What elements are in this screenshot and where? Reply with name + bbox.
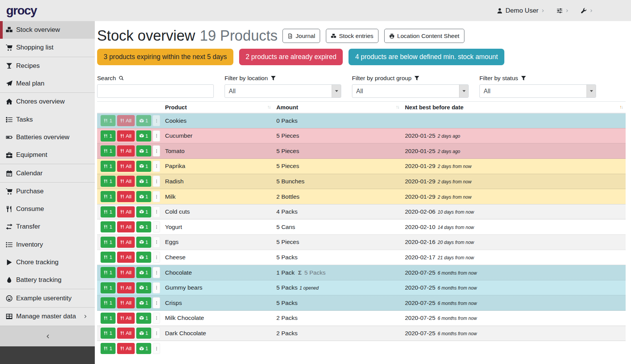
sidebar-item-manage-master-data[interactable]: Manage master data (0, 308, 95, 325)
consume-all-button[interactable]: All (117, 206, 135, 217)
row-menu-button[interactable] (153, 282, 160, 293)
open-one-button[interactable]: 1 (136, 343, 152, 354)
consume-one-button[interactable]: 1 (101, 252, 116, 263)
open-one-button[interactable]: 1 (136, 130, 152, 142)
status-alert[interactable]: 2 products are already expired (239, 49, 343, 65)
search-input[interactable] (97, 84, 214, 98)
consume-one-button[interactable]: 1 (101, 206, 116, 217)
consume-one-button[interactable]: 1 (101, 145, 116, 156)
consume-one-button[interactable]: 1 (101, 328, 116, 339)
consume-all-button[interactable]: All (117, 237, 135, 248)
open-one-button[interactable]: 1 (136, 176, 152, 187)
settings-menu[interactable] (557, 8, 569, 14)
sidebar-item-inventory[interactable]: Inventory (0, 236, 95, 254)
open-one-button[interactable]: 1 (136, 297, 152, 308)
consume-all-button[interactable]: All (117, 343, 135, 354)
open-one-button[interactable]: 1 (136, 161, 152, 172)
row-menu-button[interactable] (153, 191, 160, 202)
row-menu-button[interactable] (153, 130, 160, 142)
consume-all-button[interactable]: All (117, 252, 135, 263)
row-menu-button[interactable] (153, 313, 160, 324)
consume-one-button[interactable]: 1 (101, 161, 116, 172)
consume-one-button[interactable]: 1 (101, 115, 116, 126)
sidebar-collapse-button[interactable] (0, 326, 95, 346)
product-column-header[interactable]: Product ↑↓ (162, 101, 273, 113)
sidebar-item-tasks[interactable]: Tasks (0, 110, 95, 128)
row-menu-button[interactable] (153, 161, 160, 172)
row-menu-button[interactable] (153, 145, 160, 156)
sidebar-item-example-userentity[interactable]: Example userentity (0, 289, 95, 307)
open-one-button[interactable]: 1 (136, 145, 152, 156)
sidebar-item-chores-overview[interactable]: Chores overview (0, 93, 95, 110)
open-one-button[interactable]: 1 (136, 313, 152, 324)
consume-one-button[interactable]: 1 (101, 176, 116, 187)
consume-all-button[interactable]: All (117, 161, 135, 172)
row-menu-button[interactable] (153, 267, 160, 278)
sidebar-item-consume[interactable]: Consume (0, 200, 95, 218)
consume-one-button[interactable]: 1 (101, 237, 116, 248)
app-logo[interactable]: grocy (6, 3, 37, 18)
amount-column-header[interactable]: Amount ↑↓ (273, 101, 402, 113)
row-menu-button[interactable] (153, 176, 160, 187)
consume-one-button[interactable]: 1 (101, 267, 116, 278)
sidebar-item-meal-plan[interactable]: Meal plan (0, 75, 95, 92)
consume-all-button[interactable]: All (117, 221, 135, 232)
consume-one-button[interactable]: 1 (101, 130, 116, 142)
admin-menu[interactable] (581, 8, 593, 14)
consume-all-button[interactable]: All (117, 191, 135, 202)
location-content-sheet-button[interactable]: Location Content Sheet (384, 29, 464, 43)
sidebar-item-transfer[interactable]: Transfer (0, 218, 95, 236)
open-one-button[interactable]: 1 (136, 115, 152, 126)
open-one-button[interactable]: 1 (136, 237, 152, 248)
row-menu-button[interactable] (153, 252, 160, 263)
open-one-button[interactable]: 1 (136, 191, 152, 202)
row-menu-button[interactable] (153, 206, 160, 217)
consume-one-button[interactable]: 1 (101, 297, 116, 308)
consume-one-button[interactable]: 1 (101, 221, 116, 232)
sidebar-item-stock-overview[interactable]: Stock overview (0, 21, 95, 39)
consume-all-button[interactable]: All (117, 115, 135, 126)
row-menu-button[interactable] (153, 297, 160, 308)
stock-entries-button[interactable]: Stock entries (326, 29, 378, 43)
consume-all-button[interactable]: All (117, 328, 135, 339)
consume-one-button[interactable]: 1 (101, 191, 116, 202)
consume-all-button[interactable]: All (117, 145, 135, 156)
location-select[interactable]: All (225, 84, 341, 98)
consume-all-button[interactable]: All (117, 267, 135, 278)
status-select[interactable]: All (479, 84, 596, 98)
sidebar-item-battery-tracking[interactable]: Battery tracking (0, 271, 95, 289)
next-best-before-date-column-header[interactable]: Next best before date ↑↓ (402, 101, 626, 113)
open-one-button[interactable]: 1 (136, 252, 152, 263)
open-one-button[interactable]: 1 (136, 328, 152, 339)
row-menu-button[interactable] (153, 221, 160, 232)
row-menu-button[interactable] (153, 115, 160, 126)
sidebar-item-purchase[interactable]: Purchase (0, 183, 95, 200)
open-one-button[interactable]: 1 (136, 267, 152, 278)
sidebar-item-batteries-overview[interactable]: Batteries overview (0, 128, 95, 146)
consume-all-button[interactable]: All (117, 297, 135, 308)
consume-all-button[interactable]: All (117, 313, 135, 324)
sidebar-item-chore-tracking[interactable]: Chore tracking (0, 254, 95, 271)
open-one-button[interactable]: 1 (136, 206, 152, 217)
sidebar-item-calendar[interactable]: Calendar (0, 164, 95, 182)
consume-one-button[interactable]: 1 (101, 313, 116, 324)
consume-one-button[interactable]: 1 (101, 343, 116, 354)
status-alert[interactable]: 3 products expiring within the next 5 da… (97, 49, 233, 65)
row-menu-button[interactable] (153, 237, 160, 248)
journal-button[interactable]: Journal (282, 29, 320, 43)
product-group-select[interactable]: All (352, 84, 469, 98)
status-alert[interactable]: 4 products are below defined min. stock … (349, 49, 504, 65)
sidebar-item-recipes[interactable]: Recipes (0, 57, 95, 75)
amount-cell: 5 Packs (273, 295, 402, 311)
consume-one-button[interactable]: 1 (101, 282, 116, 293)
open-one-button[interactable]: 1 (136, 282, 152, 293)
user-menu[interactable]: Demo User (497, 7, 545, 15)
row-menu-button[interactable] (153, 328, 160, 339)
consume-all-button[interactable]: All (117, 130, 135, 142)
sidebar-item-shopping-list[interactable]: Shopping list (0, 39, 95, 56)
sidebar-item-equipment[interactable]: Equipment (0, 146, 95, 164)
consume-all-button[interactable]: All (117, 176, 135, 187)
consume-all-button[interactable]: All (117, 282, 135, 293)
open-one-button[interactable]: 1 (136, 221, 152, 232)
row-menu-button[interactable] (153, 343, 160, 354)
